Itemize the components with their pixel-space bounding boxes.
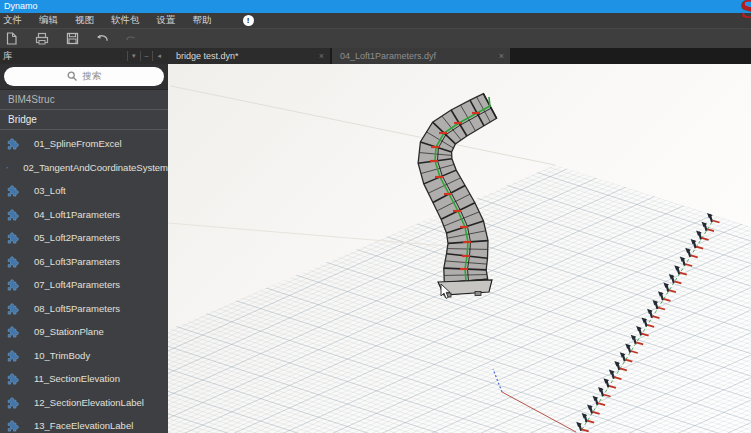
menu-item[interactable]: 软件包	[111, 14, 140, 27]
search-row: 搜索	[0, 64, 168, 90]
library-node-list: 01_SplineFromExcel 02_TangentAndCoordina…	[0, 130, 168, 433]
custom-node-icon	[6, 231, 19, 244]
library-category-bridge[interactable]: Bridge	[0, 110, 168, 130]
custom-node-icon	[6, 419, 19, 432]
custom-node-icon	[6, 255, 19, 268]
menu-item[interactable]: 设置	[157, 14, 176, 27]
library-node-item[interactable]: 06_Loft3Parameters	[0, 250, 168, 274]
custom-node-icon	[6, 184, 19, 197]
library-node-item[interactable]: 03_Loft	[0, 179, 168, 203]
custom-node-icon	[6, 302, 19, 315]
redo-icon[interactable]	[125, 32, 139, 46]
node-label: 11_SectionElevation	[34, 373, 120, 384]
node-label: 07_Loft4Parameters	[34, 279, 120, 290]
custom-node-icon	[6, 396, 19, 409]
tool-bar	[0, 28, 751, 48]
new-file-icon[interactable]	[5, 32, 19, 46]
library-dock-icon[interactable]: ◂	[152, 51, 165, 61]
library-node-item[interactable]: 02_TangentAndCoordinateSystem	[0, 156, 168, 180]
search-icon	[67, 71, 78, 82]
menu-item[interactable]: 帮助	[193, 14, 212, 27]
library-collapse-icon[interactable]: ▾	[127, 51, 140, 61]
library-panel: 搜索 BIM4Struc Bridge 01_SplineFromExcel	[0, 64, 168, 433]
3d-viewport[interactable]	[168, 64, 751, 433]
node-label: 05_Loft2Parameters	[34, 232, 120, 243]
app-title: Dynamo	[4, 1, 38, 11]
library-node-item[interactable]: 05_Loft2Parameters	[0, 226, 168, 250]
watermark-text: S	[740, 0, 751, 24]
library-node-item[interactable]: 09_StationPlane	[0, 320, 168, 344]
save-file-icon[interactable]	[65, 32, 79, 46]
undo-icon[interactable]	[95, 32, 109, 46]
search-input[interactable]: 搜索	[4, 67, 164, 86]
library-node-item[interactable]: 04_Loft1Parameters	[0, 203, 168, 227]
document-tabs: bridge test.dyn* × 04_Loft1Parameters.dy…	[168, 48, 751, 64]
library-node-item[interactable]: 10_TrimBody	[0, 344, 168, 368]
menu-item[interactable]: 文件	[3, 14, 22, 27]
node-label: 09_StationPlane	[34, 326, 104, 337]
node-label: 13_FaceElevationLabel	[34, 420, 133, 431]
search-placeholder: 搜索	[83, 70, 102, 83]
custom-node-icon	[6, 349, 19, 362]
library-minimize-icon[interactable]: –	[140, 51, 153, 61]
custom-node-icon	[6, 372, 19, 385]
library-node-item[interactable]: 07_Loft4Parameters	[0, 273, 168, 297]
library-node-item[interactable]: 12_SectionElevationLabel	[0, 391, 168, 415]
menu-item[interactable]: 编辑	[39, 14, 58, 27]
custom-node-icon	[6, 161, 8, 174]
tab-label: 04_Loft1Parameters.dyf	[340, 51, 436, 61]
library-node-item[interactable]: 01_SplineFromExcel	[0, 132, 168, 156]
dynamo-window: Dynamo S 文件 编辑 视图 软件包 设置 帮助 !	[0, 0, 751, 433]
node-label: 03_Loft	[34, 185, 66, 196]
menu-bar: 文件 编辑 视图 软件包 设置 帮助 !	[0, 13, 751, 28]
library-category-bim4struc[interactable]: BIM4Struc	[0, 90, 168, 110]
node-label: 01_SplineFromExcel	[34, 138, 122, 149]
title-bar[interactable]: Dynamo	[0, 0, 751, 13]
node-label: 08_Loft5Parameters	[34, 303, 120, 314]
tab-label: bridge test.dyn*	[176, 51, 239, 61]
custom-node-icon	[6, 278, 19, 291]
custom-node-icon	[6, 208, 19, 221]
library-node-item[interactable]: 13_FaceElevationLabel	[0, 414, 168, 433]
node-label: 02_TangentAndCoordinateSystem	[23, 162, 168, 173]
node-label: 06_Loft3Parameters	[34, 256, 120, 267]
library-title: 库	[3, 50, 13, 63]
node-label: 12_SectionElevationLabel	[34, 397, 144, 408]
library-panel-header: 库 ▾ – ◂	[0, 48, 168, 64]
node-label: 04_Loft1Parameters	[34, 209, 120, 220]
3d-scene	[168, 64, 751, 433]
custom-node-icon	[6, 325, 19, 338]
custom-node-icon	[6, 137, 19, 150]
node-label: 10_TrimBody	[34, 350, 90, 361]
document-tab[interactable]: 04_Loft1Parameters.dyf ×	[332, 48, 510, 64]
close-icon[interactable]: ×	[313, 51, 324, 61]
close-icon[interactable]: ×	[493, 51, 504, 61]
notification-icon[interactable]: !	[243, 15, 254, 26]
menu-item[interactable]: 视图	[75, 14, 94, 27]
open-file-icon[interactable]	[35, 32, 49, 46]
library-node-item[interactable]: 08_Loft5Parameters	[0, 297, 168, 321]
document-tab[interactable]: bridge test.dyn* ×	[168, 48, 330, 64]
library-node-item[interactable]: 11_SectionElevation	[0, 367, 168, 391]
